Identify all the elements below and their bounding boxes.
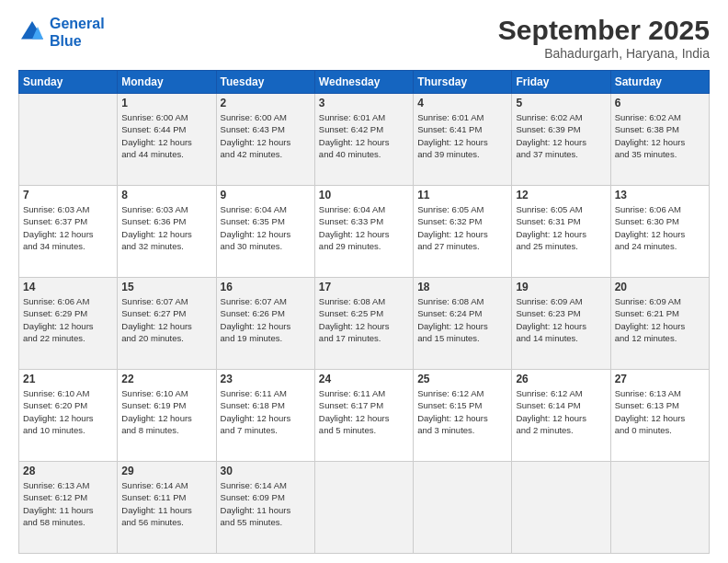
day-info: Sunrise: 6:05 AMSunset: 6:32 PMDaylight:…	[417, 203, 507, 252]
day-number: 4	[417, 97, 507, 109]
calendar-cell: 1Sunrise: 6:00 AMSunset: 6:44 PMDaylight…	[118, 94, 216, 186]
day-info: Sunrise: 6:04 AMSunset: 6:33 PMDaylight:…	[319, 203, 409, 252]
day-info: Sunrise: 6:00 AMSunset: 6:43 PMDaylight:…	[221, 111, 311, 160]
calendar-cell: 5Sunrise: 6:02 AMSunset: 6:39 PMDaylight…	[512, 94, 610, 186]
calendar-cell	[512, 462, 610, 554]
calendar-cell: 30Sunrise: 6:14 AMSunset: 6:09 PMDayligh…	[216, 462, 314, 554]
day-info: Sunrise: 6:02 AMSunset: 6:38 PMDaylight:…	[615, 111, 705, 160]
calendar-cell: 19Sunrise: 6:09 AMSunset: 6:23 PMDayligh…	[512, 278, 610, 370]
day-info: Sunrise: 6:13 AMSunset: 6:12 PMDaylight:…	[23, 479, 113, 528]
day-number: 14	[23, 281, 113, 293]
calendar-cell: 21Sunrise: 6:10 AMSunset: 6:20 PMDayligh…	[19, 370, 118, 462]
day-number: 15	[121, 281, 211, 293]
calendar-cell: 14Sunrise: 6:06 AMSunset: 6:29 PMDayligh…	[19, 278, 118, 370]
calendar-cell	[314, 462, 413, 554]
calendar-cell: 8Sunrise: 6:03 AMSunset: 6:36 PMDaylight…	[118, 186, 216, 278]
day-number: 30	[221, 465, 311, 477]
calendar-cell: 7Sunrise: 6:03 AMSunset: 6:37 PMDaylight…	[19, 186, 118, 278]
calendar-cell: 10Sunrise: 6:04 AMSunset: 6:33 PMDayligh…	[314, 186, 413, 278]
calendar-cell: 23Sunrise: 6:11 AMSunset: 6:18 PMDayligh…	[216, 370, 314, 462]
calendar-cell	[414, 462, 512, 554]
day-number: 12	[516, 189, 606, 201]
day-number: 21	[23, 373, 113, 385]
location: Bahadurgarh, Haryana, India	[498, 46, 710, 61]
calendar-cell: 11Sunrise: 6:05 AMSunset: 6:32 PMDayligh…	[414, 186, 512, 278]
day-number: 16	[221, 281, 311, 293]
day-number: 7	[23, 189, 113, 201]
calendar-cell: 9Sunrise: 6:04 AMSunset: 6:35 PMDaylight…	[216, 186, 314, 278]
day-number: 10	[319, 189, 409, 201]
day-info: Sunrise: 6:01 AMSunset: 6:42 PMDaylight:…	[319, 111, 409, 160]
calendar-cell: 4Sunrise: 6:01 AMSunset: 6:41 PMDaylight…	[414, 94, 512, 186]
calendar-cell: 24Sunrise: 6:11 AMSunset: 6:17 PMDayligh…	[314, 370, 413, 462]
day-number: 27	[615, 373, 705, 385]
page: General Blue September 2025 Bahadurgarh,…	[0, 0, 728, 563]
day-info: Sunrise: 6:08 AMSunset: 6:25 PMDaylight:…	[319, 295, 409, 344]
calendar-week-1: 1Sunrise: 6:00 AMSunset: 6:44 PMDaylight…	[19, 94, 710, 186]
day-number: 24	[319, 373, 409, 385]
day-number: 29	[121, 465, 211, 477]
calendar-cell: 20Sunrise: 6:09 AMSunset: 6:21 PMDayligh…	[610, 278, 709, 370]
day-info: Sunrise: 6:14 AMSunset: 6:09 PMDaylight:…	[221, 479, 311, 528]
day-info: Sunrise: 6:11 AMSunset: 6:18 PMDaylight:…	[221, 387, 311, 436]
day-number: 20	[615, 281, 705, 293]
calendar-cell: 2Sunrise: 6:00 AMSunset: 6:43 PMDaylight…	[216, 94, 314, 186]
day-info: Sunrise: 6:09 AMSunset: 6:21 PMDaylight:…	[615, 295, 705, 344]
calendar-table: SundayMondayTuesdayWednesdayThursdayFrid…	[18, 70, 710, 554]
day-number: 23	[221, 373, 311, 385]
logo-text: General Blue	[50, 15, 105, 50]
day-info: Sunrise: 6:02 AMSunset: 6:39 PMDaylight:…	[516, 111, 606, 160]
calendar-cell	[19, 94, 118, 186]
day-info: Sunrise: 6:06 AMSunset: 6:30 PMDaylight:…	[615, 203, 705, 252]
day-info: Sunrise: 6:06 AMSunset: 6:29 PMDaylight:…	[23, 295, 113, 344]
day-info: Sunrise: 6:05 AMSunset: 6:31 PMDaylight:…	[516, 203, 606, 252]
col-header-thursday: Thursday	[414, 71, 512, 94]
day-number: 19	[516, 281, 606, 293]
day-info: Sunrise: 6:07 AMSunset: 6:26 PMDaylight:…	[221, 295, 311, 344]
calendar-cell: 25Sunrise: 6:12 AMSunset: 6:15 PMDayligh…	[414, 370, 512, 462]
calendar-cell: 22Sunrise: 6:10 AMSunset: 6:19 PMDayligh…	[118, 370, 216, 462]
calendar-cell: 12Sunrise: 6:05 AMSunset: 6:31 PMDayligh…	[512, 186, 610, 278]
calendar-cell: 13Sunrise: 6:06 AMSunset: 6:30 PMDayligh…	[610, 186, 709, 278]
col-header-monday: Monday	[118, 71, 216, 94]
day-info: Sunrise: 6:01 AMSunset: 6:41 PMDaylight:…	[417, 111, 507, 160]
day-number: 28	[23, 465, 113, 477]
calendar-cell: 26Sunrise: 6:12 AMSunset: 6:14 PMDayligh…	[512, 370, 610, 462]
day-number: 8	[121, 189, 211, 201]
day-number: 22	[121, 373, 211, 385]
day-number: 6	[615, 97, 705, 109]
logo-line2: Blue	[50, 32, 105, 50]
month-title: September 2025	[498, 15, 710, 46]
logo-icon	[18, 18, 46, 46]
calendar-cell: 27Sunrise: 6:13 AMSunset: 6:13 PMDayligh…	[610, 370, 709, 462]
day-number: 3	[319, 97, 409, 109]
day-number: 2	[221, 97, 311, 109]
day-info: Sunrise: 6:00 AMSunset: 6:44 PMDaylight:…	[121, 111, 211, 160]
day-number: 25	[417, 373, 507, 385]
day-number: 26	[516, 373, 606, 385]
col-header-sunday: Sunday	[19, 71, 118, 94]
day-number: 17	[319, 281, 409, 293]
calendar-cell: 29Sunrise: 6:14 AMSunset: 6:11 PMDayligh…	[118, 462, 216, 554]
day-info: Sunrise: 6:10 AMSunset: 6:20 PMDaylight:…	[23, 387, 113, 436]
day-info: Sunrise: 6:03 AMSunset: 6:36 PMDaylight:…	[121, 203, 211, 252]
day-info: Sunrise: 6:11 AMSunset: 6:17 PMDaylight:…	[319, 387, 409, 436]
day-info: Sunrise: 6:12 AMSunset: 6:14 PMDaylight:…	[516, 387, 606, 436]
calendar-cell: 28Sunrise: 6:13 AMSunset: 6:12 PMDayligh…	[19, 462, 118, 554]
col-header-wednesday: Wednesday	[314, 71, 413, 94]
calendar-cell: 16Sunrise: 6:07 AMSunset: 6:26 PMDayligh…	[216, 278, 314, 370]
day-info: Sunrise: 6:14 AMSunset: 6:11 PMDaylight:…	[121, 479, 211, 528]
day-info: Sunrise: 6:08 AMSunset: 6:24 PMDaylight:…	[417, 295, 507, 344]
day-number: 18	[417, 281, 507, 293]
calendar-cell: 17Sunrise: 6:08 AMSunset: 6:25 PMDayligh…	[314, 278, 413, 370]
day-info: Sunrise: 6:12 AMSunset: 6:15 PMDaylight:…	[417, 387, 507, 436]
calendar-cell: 6Sunrise: 6:02 AMSunset: 6:38 PMDaylight…	[610, 94, 709, 186]
day-info: Sunrise: 6:03 AMSunset: 6:37 PMDaylight:…	[23, 203, 113, 252]
calendar-cell: 15Sunrise: 6:07 AMSunset: 6:27 PMDayligh…	[118, 278, 216, 370]
calendar-week-4: 21Sunrise: 6:10 AMSunset: 6:20 PMDayligh…	[19, 370, 710, 462]
day-info: Sunrise: 6:07 AMSunset: 6:27 PMDaylight:…	[121, 295, 211, 344]
calendar-cell: 18Sunrise: 6:08 AMSunset: 6:24 PMDayligh…	[414, 278, 512, 370]
calendar-week-3: 14Sunrise: 6:06 AMSunset: 6:29 PMDayligh…	[19, 278, 710, 370]
logo: General Blue	[18, 15, 105, 50]
title-block: September 2025 Bahadurgarh, Haryana, Ind…	[498, 15, 710, 61]
